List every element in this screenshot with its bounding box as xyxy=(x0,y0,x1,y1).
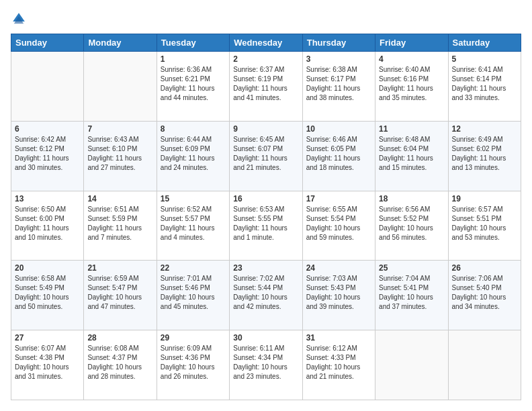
calendar-cell: 29Sunrise: 6:09 AM Sunset: 4:36 PM Dayli… xyxy=(157,330,229,400)
day-info: Sunrise: 7:03 AM Sunset: 5:43 PM Dayligh… xyxy=(306,274,371,312)
calendar-cell: 4Sunrise: 6:40 AM Sunset: 6:16 PM Daylig… xyxy=(375,52,448,122)
day-number: 5 xyxy=(452,54,517,64)
calendar-cell: 16Sunrise: 6:53 AM Sunset: 5:55 PM Dayli… xyxy=(230,191,302,261)
day-info: Sunrise: 6:08 AM Sunset: 4:37 PM Dayligh… xyxy=(87,344,152,381)
day-number: 14 xyxy=(87,194,152,203)
day-number: 23 xyxy=(233,263,298,273)
calendar-cell: 1Sunrise: 6:36 AM Sunset: 6:21 PM Daylig… xyxy=(157,52,229,122)
day-number: 29 xyxy=(161,333,226,342)
day-number: 7 xyxy=(87,124,152,134)
day-info: Sunrise: 7:04 AM Sunset: 5:41 PM Dayligh… xyxy=(379,274,444,312)
day-info: Sunrise: 6:51 AM Sunset: 5:59 PM Dayligh… xyxy=(87,205,152,242)
day-info: Sunrise: 7:01 AM Sunset: 5:46 PM Dayligh… xyxy=(161,274,226,312)
calendar-cell: 14Sunrise: 6:51 AM Sunset: 5:59 PM Dayli… xyxy=(84,191,157,261)
weekday-saturday: Saturday xyxy=(448,34,521,52)
day-number: 15 xyxy=(161,194,226,203)
day-number: 9 xyxy=(233,124,298,134)
calendar-cell: 2Sunrise: 6:37 AM Sunset: 6:19 PM Daylig… xyxy=(230,52,302,122)
calendar-cell: 30Sunrise: 6:11 AM Sunset: 4:34 PM Dayli… xyxy=(230,330,302,400)
calendar-cell: 28Sunrise: 6:08 AM Sunset: 4:37 PM Dayli… xyxy=(84,330,157,400)
day-info: Sunrise: 6:58 AM Sunset: 5:49 PM Dayligh… xyxy=(15,274,80,312)
calendar-cell: 11Sunrise: 6:48 AM Sunset: 6:04 PM Dayli… xyxy=(375,121,448,191)
week-row-4: 27Sunrise: 6:07 AM Sunset: 4:38 PM Dayli… xyxy=(11,330,521,400)
week-row-3: 20Sunrise: 6:58 AM Sunset: 5:49 PM Dayli… xyxy=(11,261,521,330)
calendar-cell: 12Sunrise: 6:49 AM Sunset: 6:02 PM Dayli… xyxy=(448,121,521,191)
calendar-cell xyxy=(448,330,521,400)
weekday-sunday: Sunday xyxy=(11,34,84,52)
day-number: 22 xyxy=(161,263,226,273)
day-number: 17 xyxy=(306,194,371,203)
calendar-cell xyxy=(11,52,84,122)
page: SundayMondayTuesdayWednesdayThursdayFrid… xyxy=(0,0,532,411)
day-info: Sunrise: 6:43 AM Sunset: 6:10 PM Dayligh… xyxy=(87,135,152,173)
logo-icon xyxy=(11,11,27,27)
day-info: Sunrise: 7:06 AM Sunset: 5:40 PM Dayligh… xyxy=(452,274,517,312)
day-number: 31 xyxy=(306,333,371,342)
calendar-cell: 17Sunrise: 6:55 AM Sunset: 5:54 PM Dayli… xyxy=(302,191,375,261)
day-info: Sunrise: 6:52 AM Sunset: 5:57 PM Dayligh… xyxy=(161,205,226,242)
calendar-cell: 13Sunrise: 6:50 AM Sunset: 6:00 PM Dayli… xyxy=(11,191,84,261)
calendar-cell: 22Sunrise: 7:01 AM Sunset: 5:46 PM Dayli… xyxy=(157,261,229,330)
calendar-cell: 24Sunrise: 7:03 AM Sunset: 5:43 PM Dayli… xyxy=(302,261,375,330)
calendar-cell: 18Sunrise: 6:56 AM Sunset: 5:52 PM Dayli… xyxy=(375,191,448,261)
calendar-cell: 19Sunrise: 6:57 AM Sunset: 5:51 PM Dayli… xyxy=(448,191,521,261)
day-number: 18 xyxy=(379,194,444,203)
day-info: Sunrise: 6:36 AM Sunset: 6:21 PM Dayligh… xyxy=(161,65,226,103)
day-number: 6 xyxy=(15,124,80,134)
day-number: 11 xyxy=(379,124,444,134)
day-info: Sunrise: 6:37 AM Sunset: 6:19 PM Dayligh… xyxy=(233,65,298,103)
day-info: Sunrise: 6:57 AM Sunset: 5:51 PM Dayligh… xyxy=(452,205,517,242)
day-number: 27 xyxy=(15,333,80,342)
weekday-friday: Friday xyxy=(375,34,448,52)
calendar-cell xyxy=(84,52,157,122)
day-number: 2 xyxy=(233,54,298,64)
day-number: 24 xyxy=(306,263,371,273)
day-number: 4 xyxy=(379,54,444,64)
day-info: Sunrise: 6:53 AM Sunset: 5:55 PM Dayligh… xyxy=(233,205,298,242)
day-info: Sunrise: 6:11 AM Sunset: 4:34 PM Dayligh… xyxy=(233,344,298,381)
calendar-cell: 23Sunrise: 7:02 AM Sunset: 5:44 PM Dayli… xyxy=(230,261,302,330)
calendar-cell: 27Sunrise: 6:07 AM Sunset: 4:38 PM Dayli… xyxy=(11,330,84,400)
day-info: Sunrise: 6:59 AM Sunset: 5:47 PM Dayligh… xyxy=(87,274,152,312)
day-info: Sunrise: 6:50 AM Sunset: 6:00 PM Dayligh… xyxy=(15,205,80,242)
day-number: 12 xyxy=(452,124,517,134)
weekday-tuesday: Tuesday xyxy=(157,34,229,52)
calendar-cell: 10Sunrise: 6:46 AM Sunset: 6:05 PM Dayli… xyxy=(302,121,375,191)
day-info: Sunrise: 6:38 AM Sunset: 6:17 PM Dayligh… xyxy=(306,65,371,103)
day-number: 20 xyxy=(15,263,80,273)
day-number: 21 xyxy=(87,263,152,273)
week-row-2: 13Sunrise: 6:50 AM Sunset: 6:00 PM Dayli… xyxy=(11,191,521,261)
calendar-table: SundayMondayTuesdayWednesdayThursdayFrid… xyxy=(11,34,521,400)
calendar-cell: 15Sunrise: 6:52 AM Sunset: 5:57 PM Dayli… xyxy=(157,191,229,261)
week-row-0: 1Sunrise: 6:36 AM Sunset: 6:21 PM Daylig… xyxy=(11,52,521,122)
day-info: Sunrise: 6:56 AM Sunset: 5:52 PM Dayligh… xyxy=(379,205,444,242)
weekday-header-row: SundayMondayTuesdayWednesdayThursdayFrid… xyxy=(11,34,521,52)
day-info: Sunrise: 6:55 AM Sunset: 5:54 PM Dayligh… xyxy=(306,205,371,242)
calendar-cell: 25Sunrise: 7:04 AM Sunset: 5:41 PM Dayli… xyxy=(375,261,448,330)
day-info: Sunrise: 6:12 AM Sunset: 4:33 PM Dayligh… xyxy=(306,344,371,381)
day-info: Sunrise: 6:48 AM Sunset: 6:04 PM Dayligh… xyxy=(379,135,444,173)
calendar-cell: 3Sunrise: 6:38 AM Sunset: 6:17 PM Daylig… xyxy=(302,52,375,122)
day-info: Sunrise: 6:41 AM Sunset: 6:14 PM Dayligh… xyxy=(452,65,517,103)
calendar-cell: 7Sunrise: 6:43 AM Sunset: 6:10 PM Daylig… xyxy=(84,121,157,191)
day-info: Sunrise: 6:40 AM Sunset: 6:16 PM Dayligh… xyxy=(379,65,444,103)
day-number: 8 xyxy=(161,124,226,134)
calendar-cell: 26Sunrise: 7:06 AM Sunset: 5:40 PM Dayli… xyxy=(448,261,521,330)
calendar-cell: 31Sunrise: 6:12 AM Sunset: 4:33 PM Dayli… xyxy=(302,330,375,400)
day-number: 30 xyxy=(233,333,298,342)
day-info: Sunrise: 6:09 AM Sunset: 4:36 PM Dayligh… xyxy=(161,344,226,381)
day-info: Sunrise: 6:42 AM Sunset: 6:12 PM Dayligh… xyxy=(15,135,80,173)
day-info: Sunrise: 6:44 AM Sunset: 6:09 PM Dayligh… xyxy=(161,135,226,173)
calendar-cell: 8Sunrise: 6:44 AM Sunset: 6:09 PM Daylig… xyxy=(157,121,229,191)
calendar-cell: 21Sunrise: 6:59 AM Sunset: 5:47 PM Dayli… xyxy=(84,261,157,330)
header xyxy=(11,11,521,27)
day-number: 19 xyxy=(452,194,517,203)
day-number: 26 xyxy=(452,263,517,273)
day-number: 25 xyxy=(379,263,444,273)
logo xyxy=(11,11,30,27)
day-number: 1 xyxy=(161,54,226,64)
day-info: Sunrise: 6:45 AM Sunset: 6:07 PM Dayligh… xyxy=(233,135,298,173)
calendar-cell: 5Sunrise: 6:41 AM Sunset: 6:14 PM Daylig… xyxy=(448,52,521,122)
calendar-cell: 9Sunrise: 6:45 AM Sunset: 6:07 PM Daylig… xyxy=(230,121,302,191)
week-row-1: 6Sunrise: 6:42 AM Sunset: 6:12 PM Daylig… xyxy=(11,121,521,191)
